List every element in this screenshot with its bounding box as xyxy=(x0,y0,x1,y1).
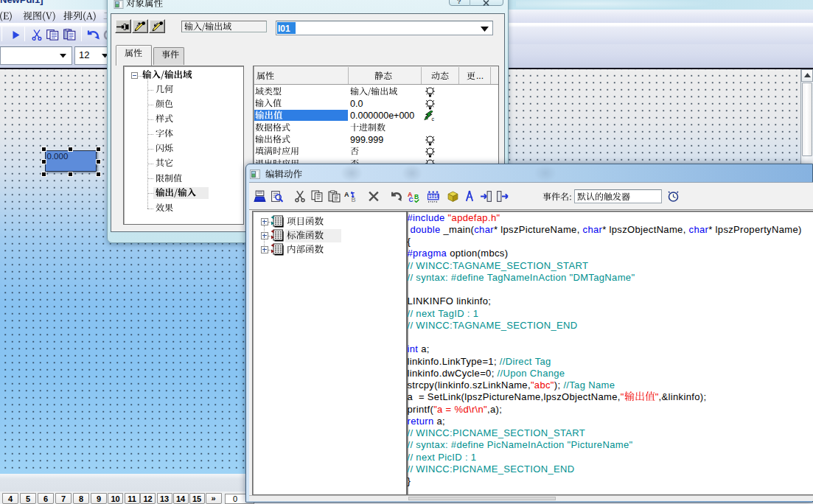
svg-text:B: B xyxy=(352,196,356,203)
svg-text:c: c xyxy=(432,116,435,122)
svg-text:A: A xyxy=(344,191,349,198)
svg-text:B: B xyxy=(414,193,419,200)
svg-text:C: C xyxy=(409,196,414,203)
svg-text:1010: 1010 xyxy=(429,194,439,199)
